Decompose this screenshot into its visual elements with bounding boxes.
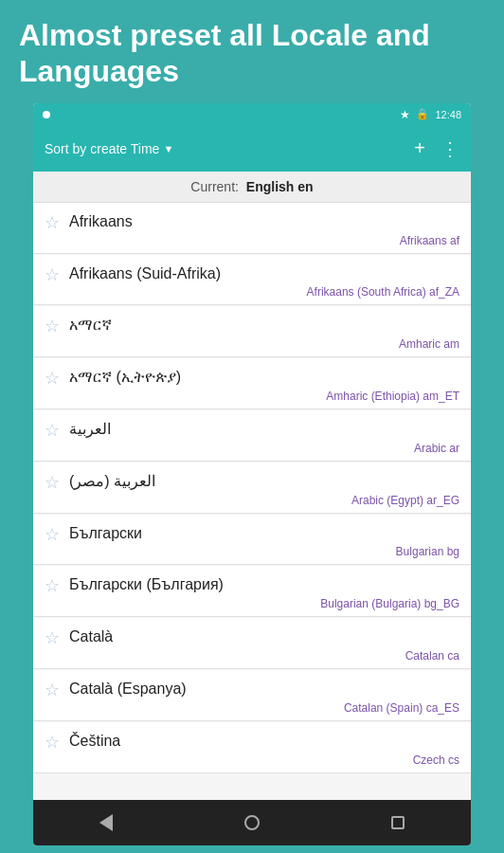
- add-icon[interactable]: +: [414, 137, 425, 159]
- sort-label: Sort by create Time: [45, 141, 159, 156]
- favorite-star-icon[interactable]: ☆: [45, 266, 60, 283]
- locale-secondary-name: Amharic (Ethiopia) am_ET: [69, 390, 459, 403]
- more-options-icon[interactable]: ⋮: [441, 137, 459, 160]
- favorite-star-icon[interactable]: ☆: [45, 526, 60, 543]
- locale-secondary-name: Afrikaans af: [69, 234, 459, 247]
- locale-secondary-name: Amharic am: [69, 337, 459, 351]
- status-bar: ★ 🔒 12:48: [33, 103, 471, 126]
- star-icon: ★: [400, 108, 410, 121]
- locale-primary-name: Čeština: [69, 732, 459, 752]
- locale-list[interactable]: ☆AfrikaansAfrikaans af☆Afrikaans (Suid-A…: [33, 203, 471, 800]
- current-label: Current:: [190, 179, 239, 194]
- toolbar: Sort by create Time ▼ + ⋮: [33, 126, 471, 172]
- locale-primary-name: አማርኛ: [69, 316, 459, 336]
- list-item[interactable]: ☆CatalàCatalan ca: [33, 618, 471, 669]
- locale-secondary-name: Arabic ar: [69, 442, 459, 455]
- locale-primary-name: Български: [69, 524, 459, 544]
- favorite-star-icon[interactable]: ☆: [45, 214, 60, 231]
- list-item[interactable]: ☆አማርኛAmharic am: [33, 306, 471, 357]
- favorite-star-icon[interactable]: ☆: [45, 474, 60, 491]
- status-bar-left: [43, 111, 50, 118]
- home-icon: [244, 815, 260, 830]
- locale-secondary-name: Arabic (Egypt) ar_EG: [69, 494, 459, 507]
- time-display: 12:48: [435, 109, 461, 120]
- list-item[interactable]: ☆Català (Espanya)Catalan (Spain) ca_ES: [33, 670, 471, 721]
- toolbar-actions: + ⋮: [414, 137, 459, 160]
- sort-button[interactable]: Sort by create Time ▼: [45, 141, 173, 156]
- favorite-star-icon[interactable]: ☆: [45, 681, 60, 699]
- back-icon: [99, 814, 113, 831]
- battery-icon: 🔒: [416, 108, 429, 120]
- favorite-star-icon[interactable]: ☆: [45, 577, 60, 594]
- locale-secondary-name: Czech cs: [69, 753, 459, 767]
- locale-primary-name: Afrikaans (Suid-Afrika): [69, 264, 459, 284]
- list-item[interactable]: ☆አማርኛ (ኢትዮጵያ)Amharic (Ethiopia) am_ET: [33, 358, 471, 409]
- locale-primary-name: Català (Espanya): [69, 680, 459, 699]
- locale-secondary-name: Afrikaans (South Africa) af_ZA: [69, 285, 459, 299]
- signal-icon: [43, 111, 50, 118]
- recents-icon: [391, 816, 405, 829]
- locale-secondary-name: Catalan ca: [69, 649, 459, 662]
- favorite-star-icon[interactable]: ☆: [45, 629, 60, 646]
- list-item[interactable]: ☆العربيةArabic ar: [33, 410, 471, 462]
- locale-primary-name: العربية: [69, 420, 459, 440]
- list-item[interactable]: ☆العربية (مصر)Arabic (Egypt) ar_EG: [33, 463, 471, 514]
- phone-frame: ★ 🔒 12:48 Sort by create Time ▼ + ⋮ Curr…: [33, 103, 471, 845]
- locale-primary-name: العربية (مصر): [69, 472, 459, 492]
- locale-primary-name: Català: [69, 627, 459, 647]
- app-headline: Almost preset all Locale and Languages: [0, 0, 504, 103]
- favorite-star-icon[interactable]: ☆: [45, 370, 60, 387]
- list-item[interactable]: ☆ČeštinaCzech cs: [33, 722, 471, 773]
- locale-secondary-name: Bulgarian (Bulgaria) bg_BG: [69, 597, 459, 610]
- list-item[interactable]: ☆БългарскиBulgarian bg: [33, 515, 471, 566]
- locale-primary-name: Български (България): [69, 575, 459, 595]
- favorite-star-icon[interactable]: ☆: [45, 422, 60, 439]
- locale-secondary-name: Bulgarian bg: [69, 545, 459, 558]
- list-item[interactable]: ☆AfrikaansAfrikaans af: [33, 203, 471, 254]
- recents-button[interactable]: [369, 800, 426, 845]
- bottom-nav: [33, 800, 471, 845]
- home-button[interactable]: [224, 800, 280, 845]
- locale-primary-name: አማርኛ (ኢትዮጵያ): [69, 368, 459, 388]
- status-bar-right: ★ 🔒 12:48: [400, 108, 461, 121]
- favorite-star-icon[interactable]: ☆: [45, 318, 60, 335]
- list-item[interactable]: ☆Български (България)Bulgarian (Bulgaria…: [33, 566, 471, 617]
- favorite-star-icon[interactable]: ☆: [45, 734, 60, 751]
- back-button[interactable]: [78, 800, 135, 845]
- locale-secondary-name: Catalan (Spain) ca_ES: [69, 701, 459, 715]
- current-locale-bar: Current: English en: [33, 172, 471, 203]
- current-value: English en: [246, 179, 314, 194]
- locale-primary-name: Afrikaans: [69, 212, 459, 232]
- chevron-down-icon: ▼: [163, 143, 173, 154]
- list-item[interactable]: ☆Afrikaans (Suid-Afrika)Afrikaans (South…: [33, 255, 471, 306]
